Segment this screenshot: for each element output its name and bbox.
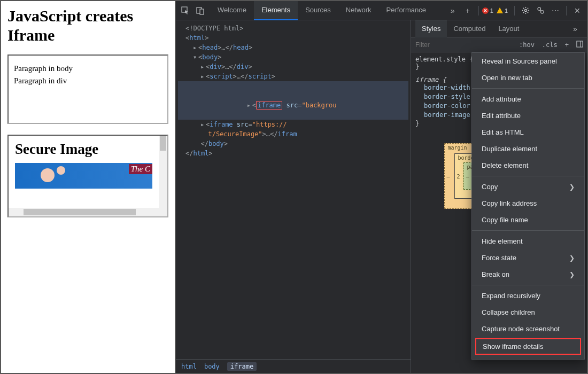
tab-performance[interactable]: Performance — [379, 1, 434, 20]
gear-icon[interactable] — [518, 3, 533, 18]
ctx-delete[interactable]: Delete element — [472, 157, 584, 174]
svg-line-9 — [527, 12, 528, 13]
ctx-copy[interactable]: Copy❯ — [472, 178, 584, 195]
dom-script[interactable]: ▸<script>…</script> — [178, 72, 408, 81]
inspect-icon[interactable] — [178, 3, 193, 18]
ctx-edit-attribute[interactable]: Edit attribute — [472, 107, 584, 124]
selection-dots-icon: ⋯ — [176, 81, 176, 91]
paragraph-div: Paragraph in div — [14, 76, 162, 85]
dom-head[interactable]: ▸<head>…</head> — [178, 43, 408, 52]
dom-iframe2b[interactable]: t/SecureImage">…</ifram — [178, 129, 408, 139]
svg-line-11 — [527, 8, 528, 9]
plus-icon[interactable]: + — [460, 3, 475, 18]
chevron-right-icon: ❯ — [569, 254, 575, 262]
ctx-copy-filename[interactable]: Copy file name — [472, 212, 584, 228]
svg-rect-2 — [200, 9, 204, 14]
secure-image-title: Secure Image — [15, 141, 152, 158]
context-menu: Reveal in Sources panel Open in new tab … — [471, 52, 585, 360]
ctx-duplicate[interactable]: Duplicate element — [472, 141, 584, 157]
chevron-right-icon: ❯ — [569, 183, 575, 191]
dom-iframe-selected[interactable]: ⋯ ▸<iframe src="backgrou — [178, 81, 408, 120]
computed-toggle-icon[interactable] — [572, 41, 587, 49]
svg-line-10 — [523, 12, 523, 13]
side-more-tabs-icon[interactable]: » — [568, 21, 583, 36]
iframe-preview-1[interactable]: Paragraph in body Paragraph in div — [7, 54, 168, 124]
chevron-right-icon: ❯ — [569, 271, 575, 278]
vertical-scrollbar[interactable] — [159, 136, 167, 208]
issues-badge[interactable]: ✕1 1 — [482, 7, 508, 14]
ctx-break-on[interactable]: Break on❯ — [472, 266, 584, 283]
paragraph-body: Paragraph in body — [14, 64, 162, 73]
devtools-panel: Welcome Elements Sources Network Perform… — [176, 1, 587, 373]
svg-line-8 — [523, 8, 523, 9]
close-icon[interactable]: ✕ — [570, 3, 585, 18]
side-tab-computed[interactable]: Computed — [447, 20, 492, 37]
dom-div[interactable]: ▸<div>…</div> — [178, 62, 408, 72]
side-tab-layout[interactable]: Layout — [492, 20, 525, 37]
activity-icon[interactable] — [533, 3, 548, 18]
kebab-icon[interactable]: ⋯ — [548, 3, 563, 18]
dom-body-close[interactable]: </body> — [178, 139, 408, 149]
page-title: JavaScript creates Iframe — [7, 6, 168, 45]
dom-body-open[interactable]: ▾<body> — [178, 52, 408, 62]
secure-image-photo: The C — [15, 163, 152, 189]
breadcrumb-html[interactable]: html — [181, 363, 197, 370]
side-tab-styles[interactable]: Styles — [415, 20, 447, 37]
tab-sources[interactable]: Sources — [298, 1, 338, 20]
dom-doctype[interactable]: <!DOCTYPE html> — [178, 24, 408, 33]
ctx-open-new-tab[interactable]: Open in new tab — [472, 69, 584, 86]
ctx-hide-element[interactable]: Hide element — [472, 233, 584, 250]
more-tabs-icon[interactable]: » — [445, 3, 460, 18]
ctx-show-iframe-details[interactable]: Show iframe details — [475, 338, 581, 355]
tab-welcome[interactable]: Welcome — [210, 1, 254, 20]
ctx-collapse-children[interactable]: Collapse children — [472, 304, 584, 321]
ctx-capture-screenshot[interactable]: Capture node screenshot — [472, 321, 584, 337]
dom-html-close[interactable]: </html> — [178, 149, 408, 158]
dom-tree[interactable]: <!DOCTYPE html> <html> ▸<head>…</head> ▾… — [176, 20, 411, 359]
ctx-copy-link[interactable]: Copy link address — [472, 195, 584, 212]
rendered-page: JavaScript creates Iframe Paragraph in b… — [1, 1, 176, 373]
image-source-tag: The C — [129, 164, 152, 174]
cls-toggle[interactable]: .cls — [538, 41, 561, 49]
tab-network[interactable]: Network — [338, 1, 379, 20]
hov-toggle[interactable]: :hov — [515, 41, 538, 49]
ctx-reveal-sources[interactable]: Reveal in Sources panel — [472, 53, 584, 69]
breadcrumb-body[interactable]: body — [204, 363, 220, 370]
svg-point-3 — [524, 9, 527, 11]
dom-breadcrumb: html body iframe — [176, 359, 411, 373]
devtools-toolbar: Welcome Elements Sources Network Perform… — [176, 1, 587, 20]
svg-rect-15 — [577, 41, 583, 46]
iframe-preview-2[interactable]: Secure Image The C — [7, 135, 168, 217]
elements-tree-panel: <!DOCTYPE html> <html> ▸<head>…</head> ▾… — [176, 20, 411, 373]
styles-filter-input[interactable] — [411, 37, 515, 52]
ctx-add-attribute[interactable]: Add attribute — [472, 91, 584, 107]
svg-line-14 — [540, 10, 541, 11]
ctx-force-state[interactable]: Force state❯ — [472, 250, 584, 266]
scroll-corner — [159, 208, 167, 216]
breadcrumb-iframe[interactable]: iframe — [227, 362, 257, 371]
tab-elements[interactable]: Elements — [254, 1, 298, 20]
new-rule-icon[interactable]: + — [561, 41, 572, 49]
ctx-expand-recursive[interactable]: Expand recursively — [472, 287, 584, 304]
ctx-edit-html[interactable]: Edit as HTML — [472, 124, 584, 141]
dom-iframe2[interactable]: ▸<iframe src="https:// — [178, 120, 408, 129]
device-toggle-icon[interactable] — [193, 3, 208, 18]
horizontal-scrollbar[interactable] — [9, 208, 159, 216]
dom-html-open[interactable]: <html> — [178, 33, 408, 43]
